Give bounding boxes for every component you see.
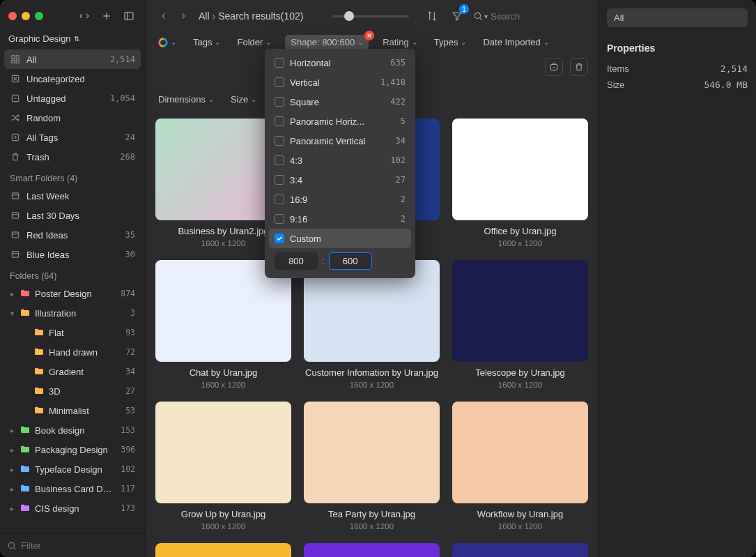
disclosure-triangle-icon[interactable]: ▾ <box>8 310 15 317</box>
thumbnail-card[interactable]: Office by Uran.jpg1600 x 1200 <box>452 119 588 247</box>
shape-option-vertical[interactable]: Vertical1,418 <box>269 73 411 92</box>
thumbnail-card[interactable] <box>452 543 588 557</box>
thumbnail-card[interactable]: Telescope by Uran.jpg1600 x 1200 <box>452 260 588 389</box>
thumbnail-image[interactable] <box>155 543 291 557</box>
sidebar-filter-input[interactable] <box>21 540 138 551</box>
shape-option-16-9[interactable]: 16:92 <box>269 190 411 209</box>
thumbnail-image[interactable] <box>304 402 440 503</box>
thumbnail-card[interactable]: Workflow by Uran.jpg1600 x 1200 <box>452 402 588 531</box>
shape-option-4-3[interactable]: 4:3102 <box>269 151 411 170</box>
thumbnail-image[interactable] <box>452 402 588 503</box>
checkbox-icon[interactable] <box>275 155 284 165</box>
shape-option-panoramic-vertical[interactable]: Panoramic Vertical34 <box>269 131 411 151</box>
tags-filter[interactable]: Tags⌄ <box>190 36 223 49</box>
shape-option-9-16[interactable]: 9:162 <box>269 209 411 229</box>
sidebar-item-all-tags[interactable]: All Tags24 <box>4 128 141 147</box>
toggle-sidebar-button[interactable] <box>121 8 137 24</box>
folder-gradient[interactable]: Gradient34 <box>4 362 141 381</box>
rating-filter[interactable]: Rating⌄ <box>380 36 420 49</box>
thumbnail-card[interactable]: Grow Up by Uran.jpg1600 x 1200 <box>155 402 291 531</box>
dimensions-filter[interactable]: Dimensions⌄ <box>155 93 217 106</box>
folder-3d[interactable]: 3D27 <box>4 381 141 401</box>
custom-width-input[interactable] <box>275 252 318 270</box>
slider-knob[interactable] <box>344 11 354 21</box>
add-button[interactable] <box>99 8 114 24</box>
size-filter[interactable]: Size⌄ <box>228 93 259 106</box>
library-selector[interactable]: Graphic Design ⇅ <box>0 32 145 49</box>
thumbnail-card[interactable] <box>155 543 291 557</box>
disclosure-triangle-icon[interactable]: ▸ <box>8 290 15 298</box>
checkbox-icon[interactable] <box>275 77 284 87</box>
sidebar-item-uncategorized[interactable]: Uncategorized <box>4 69 141 89</box>
shape-option-horizontal[interactable]: Horizontal635 <box>269 53 411 73</box>
folder-typeface-design[interactable]: ▸Typeface Design102 <box>4 459 141 479</box>
clear-shape-filter-button[interactable] <box>364 31 374 40</box>
delete-button[interactable] <box>570 58 588 76</box>
checkbox-icon[interactable] <box>275 234 284 243</box>
sidebar-item-all[interactable]: All2,514 <box>4 49 141 69</box>
minimize-window-button[interactable] <box>22 12 30 20</box>
smart-folder-last-30-days[interactable]: Last 30 Days <box>4 206 141 225</box>
search-field[interactable]: ▾ <box>473 11 588 22</box>
smart-folder-last-week[interactable]: Last Week <box>4 186 141 206</box>
chevron-down-icon[interactable]: ▾ <box>484 13 488 20</box>
folder-filter[interactable]: Folder⌄ <box>234 36 274 49</box>
disclosure-triangle-icon[interactable]: ▸ <box>8 485 15 493</box>
folder-minimalist[interactable]: Minimalist53 <box>4 401 141 420</box>
smart-folders-header[interactable]: Smart Folders (4) <box>4 167 141 186</box>
color-filter[interactable]: ⌄ <box>155 36 179 49</box>
folder-poster-design[interactable]: ▸Poster Design874 <box>4 284 141 303</box>
shape-option-panoramic-horiz-[interactable]: Panoramic Horiz...5 <box>269 112 411 131</box>
filter-button[interactable]: 1 <box>448 7 466 25</box>
thumbnail-card[interactable]: Chat by Uran.jpg1600 x 1200 <box>155 260 291 389</box>
smart-folder-blue-ideas[interactable]: Blue Ideas30 <box>4 245 141 264</box>
folders-header[interactable]: Folders (64) <box>4 264 141 284</box>
thumbnail-card[interactable]: Tea Party by Uran.jpg1600 x 1200 <box>304 402 440 531</box>
close-window-button[interactable] <box>8 12 17 20</box>
thumbnail-card[interactable] <box>304 543 440 557</box>
archive-button[interactable] <box>545 58 563 76</box>
checkbox-icon[interactable] <box>275 194 284 204</box>
sidebar-item-trash[interactable]: Trash268 <box>4 147 141 167</box>
checkbox-icon[interactable] <box>275 97 284 107</box>
checkbox-icon[interactable] <box>275 58 284 68</box>
sort-button[interactable] <box>423 7 441 25</box>
folder-book-design[interactable]: ▸Book design153 <box>4 420 141 440</box>
folder-packaging-design[interactable]: ▸Packaging Design396 <box>4 440 141 459</box>
disclosure-triangle-icon[interactable]: ▸ <box>8 446 15 454</box>
shape-custom-option[interactable]: Custom <box>269 229 411 248</box>
thumbnail-image[interactable] <box>304 543 440 557</box>
types-filter[interactable]: Types⌄ <box>431 36 470 49</box>
sidebar-filter[interactable] <box>0 533 145 557</box>
sidebar-item-untagged[interactable]: Untagged1,054 <box>4 89 141 108</box>
folder-hand-drawn[interactable]: Hand drawn72 <box>4 342 141 362</box>
thumbnail-image[interactable] <box>155 402 291 503</box>
checkbox-icon[interactable] <box>275 136 284 146</box>
smart-folder-red-ideas[interactable]: Red Ideas35 <box>4 225 141 245</box>
thumbnail-image[interactable] <box>452 543 588 557</box>
breadcrumb-root[interactable]: All <box>199 10 210 22</box>
disclosure-triangle-icon[interactable]: ▸ <box>8 505 15 512</box>
thumbnail-size-slider[interactable] <box>332 15 409 17</box>
checkbox-icon[interactable] <box>275 116 284 126</box>
checkbox-icon[interactable] <box>275 214 284 224</box>
checkbox-icon[interactable] <box>275 175 284 185</box>
maximize-window-button[interactable] <box>35 12 43 20</box>
thumbnail-card[interactable]: Customer Infomation by Uran.jpg1600 x 12… <box>304 260 440 389</box>
disclosure-triangle-icon[interactable]: ▸ <box>8 427 15 434</box>
thumbnail-image[interactable] <box>452 119 588 220</box>
sidebar-item-random[interactable]: Random <box>4 108 141 128</box>
shape-option-square[interactable]: Square422 <box>269 92 411 112</box>
custom-height-input[interactable] <box>329 252 372 270</box>
folder-flat[interactable]: Flat93 <box>4 323 141 342</box>
thumbnail-image[interactable] <box>452 260 588 362</box>
shape-option-3-4[interactable]: 3:427 <box>269 170 411 190</box>
date-filter[interactable]: Date Imported⌄ <box>480 36 551 49</box>
nav-forward-button[interactable] <box>175 8 192 24</box>
folder-illustration[interactable]: ▾Illustration3 <box>4 303 141 323</box>
disclosure-triangle-icon[interactable]: ▸ <box>8 466 15 473</box>
search-input[interactable] <box>491 11 588 22</box>
folder-cis-design[interactable]: ▸CIS design173 <box>4 498 141 518</box>
inspector-filter-pill[interactable]: All <box>607 8 748 27</box>
folder-business-card-des-[interactable]: ▸Business Card Des...117 <box>4 479 141 498</box>
